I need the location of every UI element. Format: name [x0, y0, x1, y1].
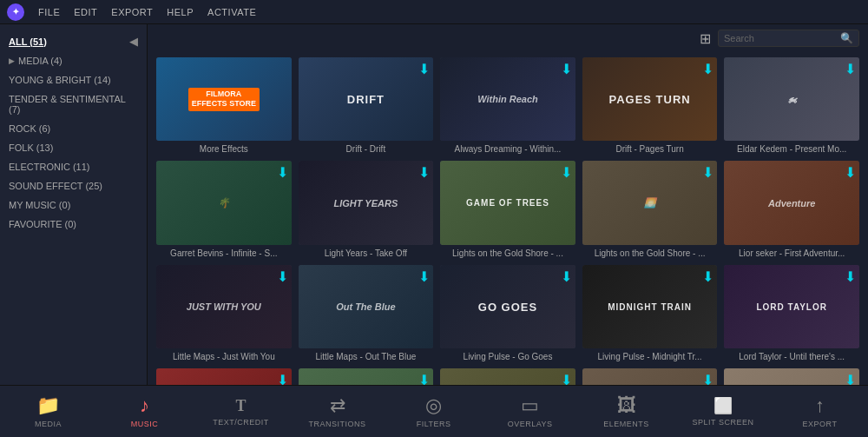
text-credit-icon: T [236, 397, 247, 415]
card-label-within-reach: Always Dreaming - Within... [440, 144, 575, 154]
download-icon-6[interactable]: ⬇ [418, 164, 430, 181]
sidebar-item-rock[interactable]: ROCK (6) [0, 119, 147, 138]
media-card-name-child[interactable]: Name of the child ⬇ Name of the child [724, 368, 859, 385]
media-card-lights-gold2[interactable]: 🌅 ⬇ Lights on the Gold Shore - ... [582, 161, 718, 257]
media-card-drift[interactable]: DRIFT ⬇ Drift - Drift [299, 57, 434, 154]
lights-img: 🌅 [641, 194, 660, 212]
search-input[interactable] [724, 33, 837, 43]
card-label-pages-turn: Drift - Pages Turn [582, 144, 718, 154]
game-trees-title: GAME OF TREES [466, 198, 549, 208]
sidebar-item-electronic[interactable]: ELECTRONIC (11) [0, 157, 147, 176]
sidebar-item-media[interactable]: ▶ MEDIA (4) [0, 51, 147, 70]
pages-turn-title: PAGES TURN [608, 93, 690, 106]
media-card-little-maps2[interactable]: Out The Blue ⬇ Little Maps - Out The Blu… [299, 265, 434, 361]
menu-export[interactable]: EXPORT [111, 7, 153, 17]
card-label-lord-taylor: Lord Taylor - Until there's ... [724, 352, 859, 361]
download-icon-9[interactable]: ⬇ [845, 164, 856, 181]
menu-activate[interactable]: ACTIVATE [207, 7, 256, 17]
menu-edit[interactable]: EDIT [74, 7, 97, 17]
media-icon: 📁 [36, 394, 60, 417]
media-card-shaal[interactable]: Shaal Region ⬇ Shaal Region [299, 368, 434, 385]
midnight-train-title: MIDNIGHT TRAIN [608, 302, 692, 312]
card-label-eldar: Eldar Kedem - Present Mo... [724, 144, 859, 154]
menu-help[interactable]: HELP [167, 7, 194, 17]
download-icon-12[interactable]: ⬇ [561, 268, 572, 285]
thumb-lior: Adventure [724, 161, 859, 244]
download-icon-4[interactable]: ⬇ [845, 61, 856, 77]
media-card-lord-taylor[interactable]: LORD TAYLOR ⬇ Lord Taylor - Until there'… [724, 265, 859, 361]
card-label-lights-gold2: Lights on the Gold Shore - ... [582, 248, 718, 258]
thumb-come-back: COME BACK HOME [156, 368, 292, 385]
media-card-effects-store[interactable]: FILMORAEFFECTS STORE More Effects [156, 57, 292, 154]
bottom-transitions[interactable]: ⇄ TRANSITIONS [307, 394, 368, 428]
go-goes-title: GO GOES [478, 301, 537, 314]
media-card-pages-turn[interactable]: PAGES TURN ⬇ Drift - Pages Turn [582, 57, 718, 154]
sidebar: ALL (51) ◀ ▶ MEDIA (4) YOUNG & BRIGHT (1… [0, 24, 148, 385]
download-icon-15[interactable]: ⬇ [277, 372, 288, 385]
download-icon-18[interactable]: ⬇ [702, 372, 713, 385]
media-card-lights-gold1[interactable]: GAME OF TREES ⬇ Lights on the Gold Shore… [440, 161, 575, 257]
app-logo: ✦ [7, 3, 24, 21]
media-card-eldar[interactable]: 🏍 ⬇ Eldar Kedem - Present Mo... [724, 57, 859, 154]
media-card-garret[interactable]: 🌴 ⬇ Garret Bevins - Infinite - S... [156, 161, 292, 257]
sidebar-header: ALL (51) ◀ [0, 31, 147, 51]
media-card-living-pulse2[interactable]: MIDNIGHT TRAIN ⬇ Living Pulse - Midnight… [582, 265, 718, 361]
sidebar-all-link[interactable]: ALL (51) [9, 36, 47, 47]
sidebar-back-button[interactable]: ◀ [129, 35, 138, 48]
sidebar-item-sound-effect[interactable]: SOUND EFFECT (25) [0, 176, 147, 195]
download-icon-7[interactable]: ⬇ [561, 164, 572, 181]
sidebar-item-young[interactable]: YOUNG & BRIGHT (14) [0, 70, 147, 89]
media-card-row4-4[interactable]: 🎵 ⬇ ... [582, 368, 718, 385]
bottom-export[interactable]: ↑ EXPORT [789, 394, 850, 428]
transitions-icon: ⇄ [330, 394, 345, 417]
media-card-within-reach[interactable]: Within Reach ⬇ Always Dreaming - Within.… [440, 57, 575, 154]
thumb-little-maps1: JUST WITH YOU [156, 265, 292, 348]
download-icon-11[interactable]: ⬇ [418, 268, 430, 285]
media-card-lior[interactable]: Adventure ⬇ Lior seker - First Adventur.… [724, 161, 859, 257]
thumb-light-years: LIGHT YEARS [299, 161, 434, 244]
media-card-born[interactable]: Born Again ⬇ Born Again [440, 368, 575, 385]
filters-icon: ◎ [425, 394, 442, 417]
sidebar-media-label: MEDIA (4) [18, 56, 62, 66]
filters-label: FILTERS [417, 420, 451, 428]
bottom-media[interactable]: 📁 MEDIA [18, 394, 79, 428]
bottom-music[interactable]: ♪ MUSIC [115, 394, 175, 428]
media-card-come-back[interactable]: COME BACK HOME ⬇ Come Back Home [156, 368, 292, 385]
media-card-light-years[interactable]: LIGHT YEARS ⬇ Light Years - Take Off [299, 161, 434, 257]
bottom-text-credit[interactable]: T TEXT/CREDIT [211, 397, 272, 427]
transitions-label: TRANSITIONS [309, 420, 366, 428]
card-label-light-years: Light Years - Take Off [299, 248, 434, 258]
search-icon: 🔍 [840, 32, 853, 44]
sidebar-item-my-music[interactable]: MY MUSIC (0) [0, 195, 147, 215]
menu-file[interactable]: FILE [38, 7, 60, 17]
sidebar-item-favourite[interactable]: FAVOURITE (0) [0, 215, 147, 234]
grid-view-icon[interactable]: ⊞ [700, 30, 711, 47]
bottom-filters[interactable]: ◎ FILTERS [404, 394, 464, 428]
bottom-overlays[interactable]: ▭ OVERLAYS [500, 394, 561, 428]
download-icon-16[interactable]: ⬇ [418, 372, 430, 385]
bottom-elements[interactable]: 🖼 ELEMENTS [596, 394, 657, 428]
download-icon-19[interactable]: ⬇ [845, 372, 856, 385]
download-icon-3[interactable]: ⬇ [702, 61, 713, 77]
download-icon-2[interactable]: ⬇ [561, 61, 572, 77]
sidebar-item-tender[interactable]: TENDER & SENTIMENTAL (7) [0, 89, 147, 119]
download-icon-8[interactable]: ⬇ [702, 164, 713, 181]
download-icon-14[interactable]: ⬇ [845, 268, 856, 285]
media-label: MEDIA [35, 420, 62, 428]
thumb-shaal: Shaal Region [299, 368, 434, 385]
search-box: 🔍 [718, 30, 859, 47]
bottom-split-screen[interactable]: ⬜ SPLIT SCREEN [693, 396, 754, 427]
sidebar-item-folk[interactable]: FOLK (13) [0, 138, 147, 157]
media-card-little-maps1[interactable]: JUST WITH YOU ⬇ Little Maps - Just With … [156, 265, 292, 361]
download-icon-17[interactable]: ⬇ [561, 372, 572, 385]
content-panel: ⊞ 🔍 FILMORAEFFECTS STORE More Effects [148, 24, 868, 385]
thumb-drift: DRIFT [299, 57, 434, 141]
overlays-label: OVERLAYS [508, 420, 553, 428]
download-icon-5[interactable]: ⬇ [277, 164, 288, 181]
text-credit-label: TEXT/CREDIT [213, 418, 269, 427]
download-icon-10[interactable]: ⬇ [277, 268, 288, 285]
download-icon-13[interactable]: ⬇ [702, 268, 713, 285]
download-icon-1[interactable]: ⬇ [418, 61, 430, 77]
media-card-living-pulse1[interactable]: GO GOES ⬇ Living Pulse - Go Goes [440, 265, 575, 361]
just-with-you-title: JUST WITH YOU [183, 298, 265, 315]
